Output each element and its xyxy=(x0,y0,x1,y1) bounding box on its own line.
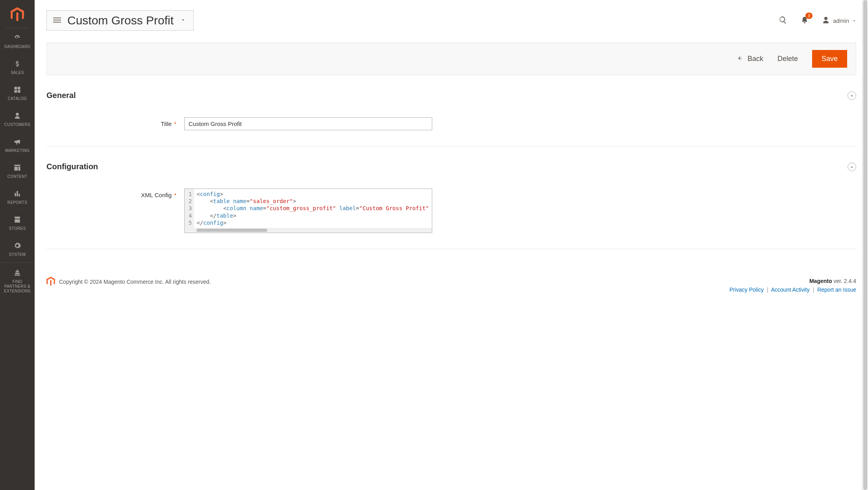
stores-icon xyxy=(13,215,22,224)
sidebar-item-system[interactable]: SYSTEM xyxy=(0,236,35,263)
fieldset-general-title: General xyxy=(46,91,76,100)
save-button[interactable]: Save xyxy=(812,50,847,68)
code-gutter: 1 2 3 4 5 xyxy=(185,189,194,228)
content-icon xyxy=(13,163,22,172)
admin-account-dropdown[interactable]: admin xyxy=(822,16,856,25)
svg-rect-2 xyxy=(53,22,61,22)
svg-rect-1 xyxy=(53,19,61,20)
svg-rect-0 xyxy=(53,17,61,18)
field-title-row: Title* xyxy=(46,117,856,130)
magento-logo[interactable] xyxy=(6,0,29,28)
account-activity-link[interactable]: Account Activity xyxy=(771,287,810,293)
user-icon xyxy=(822,16,830,25)
version-label: Magento xyxy=(809,278,832,284)
chevron-up-icon xyxy=(848,91,856,100)
required-marker: * xyxy=(174,192,176,198)
page-action-bar: Back Delete Save xyxy=(46,43,856,75)
sidebar-item-label: CONTENT xyxy=(7,174,27,179)
sidebar-item-reports[interactable]: REPORTS xyxy=(0,184,35,210)
partners-icon xyxy=(13,268,22,277)
page-body: Custom Gross Profit 3 admin xyxy=(35,0,868,490)
sidebar-item-content[interactable]: CONTENT xyxy=(0,158,35,184)
sidebar-item-label: MARKETING xyxy=(5,148,30,153)
sidebar-item-partners[interactable]: FIND PARTNERS & EXTENSIONS xyxy=(0,263,35,298)
sidebar-item-label: DASHBOARD xyxy=(4,44,30,49)
sidebar-item-catalog[interactable]: CATALOG xyxy=(0,80,35,106)
sales-icon xyxy=(13,59,22,68)
sidebar-item-label: SALES xyxy=(11,70,24,75)
menu-icon xyxy=(52,16,62,25)
magento-logo-small xyxy=(46,277,55,287)
copyright-text: Copyright © 2024 Magento Commerce Inc. A… xyxy=(59,279,211,285)
sidebar-nav: DASHBOARD SALES CATALOG CUSTOMERS MARKET xyxy=(0,28,35,298)
privacy-policy-link[interactable]: Privacy Policy xyxy=(729,287,764,293)
sidebar-item-label: REPORTS xyxy=(7,200,27,205)
customers-icon xyxy=(13,111,22,120)
report-issue-link[interactable]: Report an Issue xyxy=(817,287,856,293)
field-xml-row: XML Config* 1 2 3 4 5 <config> <table na… xyxy=(46,189,856,233)
admin-label: admin xyxy=(833,17,849,24)
sidebar-item-dashboard[interactable]: DASHBOARD xyxy=(0,28,35,54)
dashboard-icon xyxy=(13,33,22,42)
notification-badge: 3 xyxy=(805,13,812,19)
sidebar-item-stores[interactable]: STORES xyxy=(0,210,35,236)
page-title-dropdown[interactable]: Custom Gross Profit xyxy=(46,10,194,31)
fieldset-configuration: Configuration XML Config* 1 2 3 4 5 <con… xyxy=(46,162,856,249)
footer-left: Copyright © 2024 Magento Commerce Inc. A… xyxy=(46,277,211,287)
fieldset-general: General Title* xyxy=(46,91,856,146)
sidebar-item-label: SYSTEM xyxy=(9,252,26,257)
delete-button-label: Delete xyxy=(777,55,798,63)
code-horizontal-scrollbar[interactable] xyxy=(185,228,432,233)
fieldset-configuration-toggle[interactable]: Configuration xyxy=(46,162,856,171)
sidebar-item-customers[interactable]: CUSTOMERS xyxy=(0,106,35,132)
field-xml-label: XML Config* xyxy=(46,189,176,198)
window-vertical-scrollbar[interactable] xyxy=(862,0,868,490)
back-button[interactable]: Back xyxy=(737,55,763,63)
code-content[interactable]: <config> <table name="sales_order"> <col… xyxy=(194,189,432,228)
arrow-left-icon xyxy=(737,55,744,63)
title-input[interactable] xyxy=(184,117,432,130)
caret-down-icon xyxy=(181,17,185,24)
xml-config-editor[interactable]: 1 2 3 4 5 <config> <table name="sales_or… xyxy=(184,189,432,233)
sidebar-item-label: CUSTOMERS xyxy=(4,122,30,127)
admin-sidebar: DASHBOARD SALES CATALOG CUSTOMERS MARKET xyxy=(0,0,35,490)
chevron-up-icon xyxy=(848,163,856,171)
footer-right: Magento ver. 2.4.4 Privacy Policy | Acco… xyxy=(729,277,856,294)
delete-button[interactable]: Delete xyxy=(777,55,798,63)
caret-down-icon xyxy=(852,17,856,24)
scrollbar-thumb[interactable] xyxy=(196,229,267,232)
reports-icon xyxy=(13,189,22,198)
page-title: Custom Gross Profit xyxy=(67,14,174,27)
search-button[interactable] xyxy=(779,16,787,26)
page-header: Custom Gross Profit 3 admin xyxy=(35,0,868,31)
sidebar-item-marketing[interactable]: MARKETING xyxy=(0,132,35,158)
fieldset-configuration-title: Configuration xyxy=(46,162,98,171)
sidebar-item-label: FIND PARTNERS & EXTENSIONS xyxy=(2,279,33,294)
back-button-label: Back xyxy=(748,55,763,63)
sidebar-item-label: STORES xyxy=(9,226,26,231)
header-actions: 3 admin xyxy=(779,16,856,26)
sidebar-item-label: CATALOG xyxy=(8,96,27,101)
system-icon xyxy=(13,241,22,250)
required-marker: * xyxy=(174,120,176,127)
sidebar-item-sales[interactable]: SALES xyxy=(0,54,35,80)
field-title-label: Title* xyxy=(46,117,176,127)
fieldset-general-toggle[interactable]: General xyxy=(46,91,856,100)
page-footer: Copyright © 2024 Magento Commerce Inc. A… xyxy=(46,265,856,318)
version-value: ver. 2.4.4 xyxy=(833,278,856,284)
catalog-icon xyxy=(13,85,22,94)
save-button-label: Save xyxy=(822,55,838,63)
marketing-icon xyxy=(13,137,22,146)
notifications-button[interactable]: 3 xyxy=(801,16,809,26)
scrollbar-thumb[interactable] xyxy=(863,0,867,490)
